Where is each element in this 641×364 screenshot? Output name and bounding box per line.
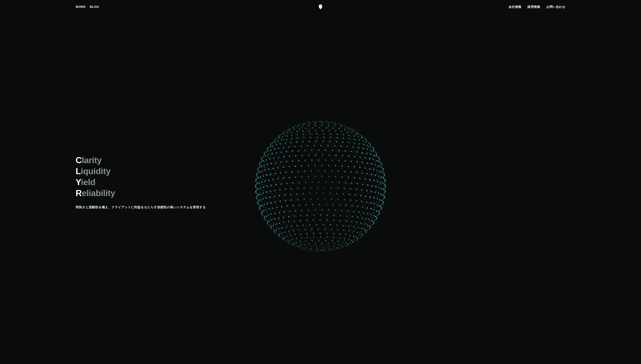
svg-rect-313 — [372, 147, 373, 148]
svg-rect-691 — [372, 192, 373, 192]
svg-rect-1151 — [270, 226, 271, 228]
svg-rect-65 — [303, 124, 304, 125]
svg-rect-60 — [335, 124, 336, 125]
svg-rect-517 — [369, 175, 370, 176]
svg-rect-357 — [370, 158, 370, 158]
svg-rect-970 — [341, 221, 342, 222]
svg-rect-1115 — [307, 234, 308, 235]
svg-rect-141 — [356, 134, 357, 135]
svg-rect-104 — [332, 134, 333, 135]
svg-rect-178 — [361, 138, 361, 139]
svg-rect-1154 — [273, 230, 274, 230]
svg-rect-24 — [326, 121, 326, 122]
svg-rect-405 — [354, 166, 355, 166]
svg-rect-78 — [340, 130, 341, 131]
svg-rect-999 — [287, 206, 288, 207]
svg-rect-1314 — [325, 240, 326, 241]
svg-rect-422 — [351, 151, 352, 152]
svg-rect-1254 — [339, 234, 341, 235]
svg-rect-59 — [340, 125, 341, 126]
svg-rect-595 — [321, 165, 323, 166]
svg-rect-1152 — [270, 228, 271, 228]
svg-rect-1262 — [290, 235, 291, 236]
svg-rect-625 — [329, 190, 330, 190]
nav-link-contact[interactable]: お問い合わせ — [546, 5, 565, 9]
svg-rect-1144 — [294, 220, 295, 222]
svg-rect-1086 — [366, 218, 367, 220]
svg-rect-1011 — [273, 222, 274, 224]
svg-rect-1364 — [324, 251, 325, 252]
svg-rect-655 — [311, 170, 312, 172]
svg-rect-790 — [267, 202, 268, 203]
svg-rect-708 — [348, 177, 349, 178]
svg-rect-562 — [296, 183, 296, 184]
svg-rect-570 — [348, 183, 349, 184]
svg-rect-370 — [347, 146, 348, 147]
hero-content: Clarity Liquidity Yield Reliability 明快さと… — [0, 155, 206, 209]
svg-rect-465 — [379, 166, 380, 167]
svg-rect-1199 — [300, 240, 300, 241]
svg-rect-391 — [270, 163, 271, 164]
svg-rect-326 — [294, 146, 296, 147]
svg-rect-410 — [375, 162, 376, 163]
svg-rect-367 — [362, 148, 364, 149]
svg-rect-1182 — [323, 224, 324, 225]
svg-rect-661 — [275, 173, 276, 174]
svg-rect-913 — [323, 217, 324, 218]
svg-rect-57 — [342, 125, 343, 126]
svg-rect-788 — [261, 200, 262, 201]
svg-rect-1132 — [364, 224, 365, 224]
svg-rect-1332 — [342, 246, 343, 247]
svg-rect-649 — [350, 171, 352, 173]
svg-rect-922 — [373, 212, 374, 213]
svg-rect-1111 — [284, 232, 285, 233]
svg-rect-1035 — [373, 215, 374, 216]
nav-link-work[interactable]: WORK — [76, 5, 86, 9]
svg-rect-1309 — [347, 244, 348, 244]
svg-rect-1337 — [321, 243, 322, 244]
svg-rect-1176 — [358, 227, 359, 228]
svg-rect-150 — [322, 130, 323, 131]
svg-rect-881 — [349, 194, 350, 195]
svg-rect-702 — [377, 181, 378, 182]
nav-link-company[interactable]: 会社情報 — [509, 5, 521, 9]
svg-rect-1355 — [323, 245, 324, 246]
svg-rect-154 — [297, 131, 298, 132]
svg-rect-96 — [289, 131, 290, 132]
svg-rect-1001 — [276, 207, 278, 208]
svg-rect-287 — [267, 149, 268, 150]
acrostic-rest: iquidity — [81, 166, 111, 176]
site-logo[interactable] — [318, 4, 323, 10]
svg-rect-1143 — [300, 220, 301, 222]
svg-rect-404 — [348, 166, 349, 167]
svg-rect-1188 — [286, 226, 287, 228]
svg-rect-1352 — [336, 247, 337, 248]
svg-rect-279 — [290, 142, 292, 143]
svg-rect-1305 — [338, 247, 338, 248]
svg-rect-995 — [312, 204, 313, 205]
svg-rect-800 — [326, 206, 327, 207]
svg-rect-842 — [257, 202, 258, 204]
svg-rect-351 — [340, 162, 340, 162]
svg-rect-665 — [257, 183, 258, 184]
svg-rect-772 — [312, 182, 313, 183]
svg-rect-628 — [349, 189, 349, 190]
svg-rect-854 — [304, 212, 305, 212]
svg-rect-165 — [291, 141, 292, 142]
svg-rect-679 — [299, 195, 299, 196]
svg-rect-1222 — [318, 228, 319, 230]
svg-rect-213 — [343, 146, 344, 147]
nav-link-blog[interactable]: BLOG — [90, 5, 99, 9]
svg-rect-1303 — [325, 248, 326, 249]
svg-rect-268 — [363, 140, 364, 142]
svg-rect-359 — [375, 156, 376, 157]
svg-rect-1266 — [283, 239, 284, 240]
svg-rect-164 — [287, 140, 287, 141]
svg-rect-721 — [268, 180, 269, 181]
svg-rect-1359 — [303, 248, 304, 248]
nav-link-careers[interactable]: 採用情報 — [527, 5, 540, 9]
svg-rect-314 — [370, 146, 371, 147]
svg-rect-976 — [372, 217, 373, 218]
svg-rect-158 — [280, 134, 281, 135]
svg-rect-1139 — [326, 219, 328, 221]
